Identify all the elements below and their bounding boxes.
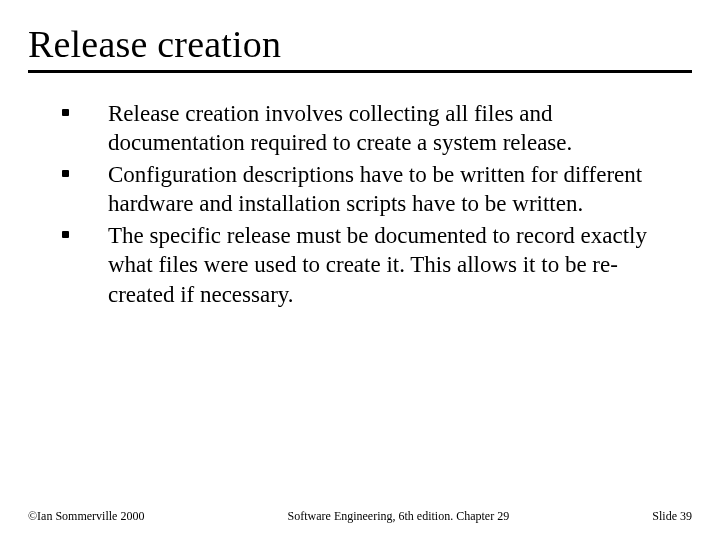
- bullet-text: Release creation involves collecting all…: [108, 99, 676, 158]
- footer: ©Ian Sommerville 2000 Software Engineeri…: [0, 509, 720, 524]
- bullet-icon: [62, 221, 108, 238]
- list-item: The specific release must be documented …: [62, 221, 676, 309]
- slide-title: Release creation: [28, 22, 692, 73]
- list-item: Release creation involves collecting all…: [62, 99, 676, 158]
- bullet-text: Configuration descriptions have to be wr…: [108, 160, 676, 219]
- footer-slide-number: Slide 39: [652, 509, 692, 524]
- list-item: Configuration descriptions have to be wr…: [62, 160, 676, 219]
- bullet-icon: [62, 160, 108, 177]
- bullet-icon: [62, 99, 108, 116]
- footer-copyright: ©Ian Sommerville 2000: [28, 509, 144, 524]
- footer-reference: Software Engineering, 6th edition. Chapt…: [144, 509, 652, 524]
- bullet-text: The specific release must be documented …: [108, 221, 676, 309]
- slide: Release creation Release creation involv…: [0, 0, 720, 540]
- bullet-list: Release creation involves collecting all…: [28, 99, 692, 309]
